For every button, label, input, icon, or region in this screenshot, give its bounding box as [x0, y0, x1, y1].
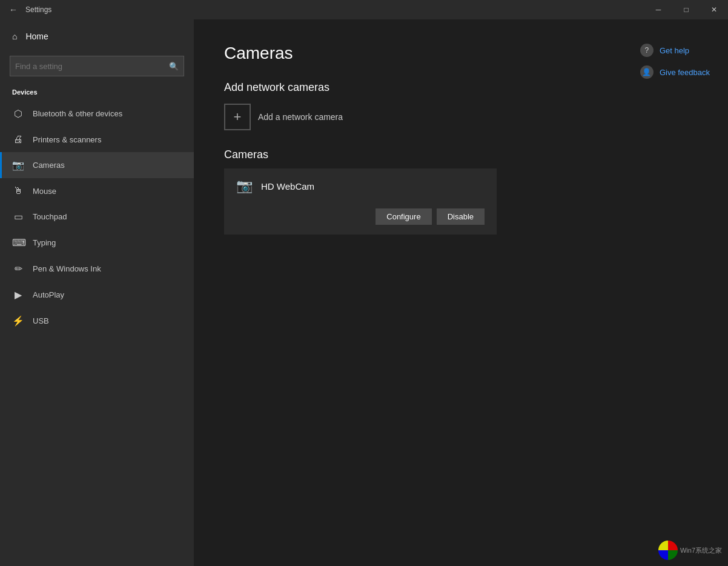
feedback-item[interactable]: 👤 Give feedback — [640, 65, 710, 79]
camera-device-icon: 📷 — [236, 178, 253, 194]
maximize-button[interactable]: □ — [672, 0, 700, 19]
minimize-button[interactable]: ─ — [644, 0, 672, 19]
home-icon: ⌂ — [12, 32, 17, 41]
cameras-section-title: Cameras — [224, 148, 698, 161]
sidebar-item-cameras[interactable]: 📷 Cameras — [0, 152, 194, 178]
sidebar-item-typing[interactable]: ⌨ Typing — [0, 230, 194, 256]
sidebar-item-label: Printers & scanners — [33, 135, 101, 144]
camera-name: HD WebCam — [261, 181, 314, 191]
add-camera-label: Add a network camera — [258, 112, 343, 122]
sidebar-item-autoplay[interactable]: ▶ AutoPlay — [0, 282, 194, 308]
sidebar-item-printers[interactable]: 🖨 Printers & scanners — [0, 127, 194, 152]
search-input[interactable] — [15, 62, 169, 71]
watermark: Win7系统之家 — [658, 541, 722, 560]
sidebar-item-label: Typing — [33, 238, 56, 247]
sidebar-item-label: USB — [33, 316, 49, 325]
sidebar-item-pen[interactable]: ✏ Pen & Windows Ink — [0, 256, 194, 282]
sidebar-item-bluetooth[interactable]: ⬡ Bluetooth & other devices — [0, 101, 194, 127]
titlebar-title: Settings — [25, 5, 51, 14]
configure-button[interactable]: Configure — [376, 208, 431, 225]
camera-card-actions: Configure Disable — [236, 208, 485, 225]
sidebar-home[interactable]: ⌂ Home — [0, 19, 194, 53]
close-button[interactable]: ✕ — [700, 0, 728, 19]
sidebar-item-label: Pen & Windows Ink — [33, 264, 101, 273]
app-container: ⌂ Home 🔍 Devices ⬡ Bluetooth & other dev… — [0, 19, 728, 566]
get-help-icon: ? — [640, 44, 654, 57]
disable-button[interactable]: Disable — [437, 208, 485, 225]
camera-card-header: 📷 HD WebCam — [236, 178, 485, 194]
watermark-logo — [658, 541, 678, 560]
titlebar: ← Settings ─ □ ✕ — [0, 0, 728, 19]
bluetooth-icon: ⬡ — [12, 108, 24, 119]
sidebar-item-label: Cameras — [33, 161, 65, 170]
help-panel: ? Get help 👤 Give feedback — [640, 44, 710, 79]
sidebar-item-label: Bluetooth & other devices — [33, 109, 122, 118]
mouse-icon: 🖱 — [12, 185, 24, 196]
sidebar-item-usb[interactable]: ⚡ USB — [0, 308, 194, 334]
pen-icon: ✏ — [12, 263, 24, 275]
feedback-icon: 👤 — [640, 65, 654, 79]
sidebar-home-label: Home — [25, 32, 48, 41]
search-icon: 🔍 — [169, 62, 179, 71]
autoplay-icon: ▶ — [12, 289, 24, 301]
sidebar: ⌂ Home 🔍 Devices ⬡ Bluetooth & other dev… — [0, 19, 194, 566]
page-title: Cameras — [224, 44, 698, 63]
get-help-item[interactable]: ? Get help — [640, 44, 710, 57]
sidebar-item-label: Touchpad — [33, 212, 67, 221]
feedback-label: Give feedback — [660, 68, 710, 77]
sidebar-item-label: Mouse — [33, 187, 56, 196]
back-button[interactable]: ← — [7, 4, 19, 16]
printers-icon: 🖨 — [12, 134, 24, 145]
sidebar-item-label: AutoPlay — [33, 290, 64, 299]
usb-icon: ⚡ — [12, 315, 24, 327]
sidebar-section-label: Devices — [0, 84, 194, 101]
main-content: Cameras Add network cameras + Add a netw… — [194, 19, 728, 566]
touchpad-icon: ▭ — [12, 211, 24, 222]
camera-card: 📷 HD WebCam Configure Disable — [224, 168, 497, 235]
sidebar-item-touchpad[interactable]: ▭ Touchpad — [0, 204, 194, 230]
search-box[interactable]: 🔍 — [10, 56, 184, 76]
cameras-icon: 📷 — [12, 159, 24, 171]
watermark-text: Win7系统之家 — [680, 546, 722, 555]
window-controls: ─ □ ✕ — [644, 0, 728, 19]
sidebar-item-mouse[interactable]: 🖱 Mouse — [0, 178, 194, 204]
add-camera-button[interactable]: + Add a network camera — [224, 104, 698, 130]
add-network-title: Add network cameras — [224, 81, 698, 94]
add-camera-plus-icon: + — [224, 104, 251, 130]
typing-icon: ⌨ — [12, 237, 24, 248]
get-help-label: Get help — [660, 46, 689, 55]
